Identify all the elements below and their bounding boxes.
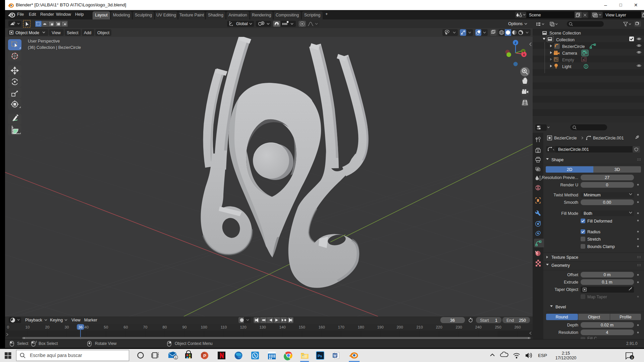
svg-text:BezierCircle: BezierCircle (562, 44, 585, 49)
svg-text:P: P (203, 353, 206, 358)
svg-text:1: 1 (175, 356, 176, 359)
svg-text:210: 210 (416, 325, 423, 329)
svg-text:Smooth: Smooth (564, 200, 578, 205)
svg-text:0.02 m: 0.02 m (601, 323, 613, 327)
svg-text:Bounds Clamp: Bounds Clamp (587, 244, 615, 249)
svg-text:180: 180 (358, 325, 364, 329)
svg-text:30: 30 (65, 325, 69, 329)
svg-text:X: X (523, 53, 525, 56)
svg-text:0 m: 0 m (604, 273, 611, 277)
svg-text:Marker: Marker (84, 318, 97, 322)
svg-text:50: 50 (104, 325, 108, 329)
svg-text:View Layer: View Layer (605, 13, 626, 17)
svg-text:Bevel: Bevel (555, 305, 566, 309)
svg-text:90: 90 (182, 325, 187, 329)
svg-text:Camera: Camera (562, 51, 577, 56)
svg-text:Profile: Profile (620, 315, 631, 319)
svg-text:View: View (52, 31, 61, 35)
svg-text:130: 130 (259, 325, 266, 329)
svg-text:View: View (71, 318, 81, 322)
svg-text:2:15: 2:15 (562, 351, 570, 356)
svg-text:Both: Both (584, 211, 592, 216)
svg-text:Render U: Render U (560, 183, 579, 187)
svg-text:Collection: Collection (556, 38, 575, 42)
svg-text:120: 120 (240, 325, 246, 329)
svg-text:10: 10 (25, 325, 30, 329)
svg-text:240: 240 (475, 325, 481, 329)
svg-text:36: 36 (450, 318, 455, 323)
svg-text:Offset: Offset (567, 273, 579, 277)
svg-text:Fill Deformed: Fill Deformed (587, 219, 612, 224)
svg-text:Ps: Ps (318, 354, 322, 358)
svg-text:Scene: Scene (529, 13, 541, 17)
svg-text:17/12/2020: 17/12/2020 (555, 356, 577, 360)
svg-text:BezierCircle.001: BezierCircle.001 (558, 147, 589, 152)
svg-text:Taper Object: Taper Object (554, 287, 578, 292)
svg-text:Resolution Previe...: Resolution Previe... (542, 175, 578, 180)
svg-text:Fill Mode: Fill Mode (561, 211, 578, 216)
svg-text:Map Taper: Map Taper (587, 295, 607, 299)
svg-text:3D: 3D (614, 167, 620, 172)
svg-text:1: 1 (495, 318, 497, 323)
svg-text:ESP: ESP (538, 353, 547, 358)
svg-text:0: 0 (7, 325, 9, 329)
svg-text:Shape: Shape (551, 158, 564, 162)
svg-text:160: 160 (318, 325, 325, 329)
svg-text:220: 220 (436, 325, 442, 329)
svg-text:Playback: Playback (25, 318, 42, 322)
svg-text:140: 140 (279, 325, 285, 329)
svg-text:Object: Object (588, 315, 600, 319)
svg-text:Select: Select (67, 31, 78, 35)
svg-text:40: 40 (85, 325, 89, 329)
svg-text:Depth: Depth (567, 323, 578, 327)
svg-text:0.00: 0.00 (603, 200, 611, 205)
svg-text:End: End (506, 318, 514, 323)
svg-text:Fill C...: Fill C... (587, 336, 600, 339)
svg-text:Light: Light (562, 64, 572, 69)
svg-text:100: 100 (201, 325, 207, 329)
svg-text:Extrude: Extrude (564, 280, 578, 285)
svg-text:Texture Space: Texture Space (551, 255, 578, 260)
svg-text:Y: Y (522, 50, 524, 53)
svg-text:250: 250 (495, 325, 501, 329)
svg-text:60: 60 (124, 325, 128, 329)
svg-text:Keying: Keying (50, 318, 63, 322)
svg-text:Global: Global (236, 21, 248, 26)
svg-text:Stretch: Stretch (587, 237, 601, 242)
svg-text:2D: 2D (567, 167, 573, 172)
svg-text:Round: Round (556, 315, 568, 319)
svg-text:230: 230 (455, 325, 462, 329)
svg-text:Options: Options (508, 21, 523, 26)
svg-text:Twist Method: Twist Method (553, 193, 578, 197)
svg-text:Start: Start (480, 318, 489, 323)
svg-text:110: 110 (221, 325, 227, 329)
svg-text:27: 27 (605, 175, 609, 180)
svg-text:250: 250 (519, 318, 526, 323)
svg-text:36: 36 (78, 325, 83, 329)
svg-text:70: 70 (143, 325, 148, 329)
svg-text:Z: Z (515, 41, 517, 45)
svg-text:260: 260 (514, 325, 521, 329)
svg-text:Geometry: Geometry (551, 263, 570, 268)
svg-text:Object: Object (97, 31, 110, 35)
svg-text:Scene Collection: Scene Collection (549, 31, 581, 36)
svg-text:0.1 m: 0.1 m (602, 280, 612, 285)
svg-text:Radius: Radius (587, 230, 600, 234)
svg-text:3: 3 (631, 356, 633, 359)
svg-text:190: 190 (377, 325, 383, 329)
svg-text:Resolution: Resolution (558, 330, 578, 335)
svg-text:150: 150 (299, 325, 305, 329)
svg-text:Add: Add (84, 31, 91, 35)
svg-text:W: W (333, 354, 337, 358)
svg-text:200: 200 (396, 325, 403, 329)
svg-text:BezierCircle.001: BezierCircle.001 (593, 136, 624, 140)
svg-text:170: 170 (338, 325, 344, 329)
svg-text:20: 20 (45, 325, 50, 329)
svg-text:Minimum: Minimum (584, 193, 601, 197)
svg-text:80: 80 (163, 325, 167, 329)
svg-text:BezierCircle: BezierCircle (554, 136, 577, 140)
svg-text:4: 4 (606, 330, 608, 335)
svg-text:Empty: Empty (562, 58, 574, 62)
svg-text:Object Mode: Object Mode (15, 31, 39, 35)
svg-text:0: 0 (606, 183, 608, 187)
